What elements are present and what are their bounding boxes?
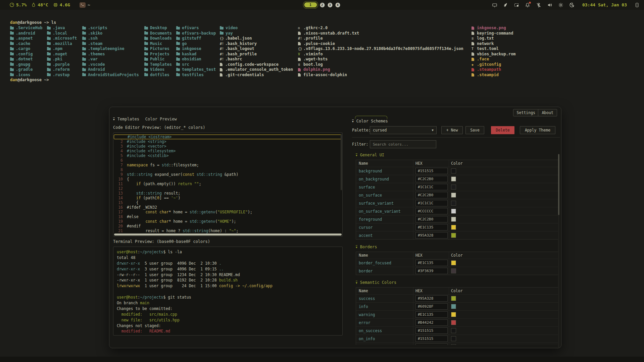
notifications-icon[interactable] [525,2,530,8]
hex-input[interactable]: #60928F [415,303,448,310]
hex-input[interactable]: #E1C135 [415,224,448,230]
volume-icon[interactable] [547,2,552,8]
line-number: 8 [113,167,123,172]
line-number: 5 [113,153,123,158]
code-line: 20#endif [113,224,342,228]
color-name: background [356,167,413,175]
color-swatch[interactable] [451,336,456,341]
about-button[interactable]: About [538,109,557,116]
color-swatch[interactable] [451,217,456,222]
color-swatch[interactable] [451,320,456,325]
collapse-icon[interactable]: ▼ [352,119,354,123]
color-swatch[interactable] [451,209,456,214]
hex-input[interactable]: #151515 [415,335,448,342]
hex-input[interactable]: #151515 [415,327,448,334]
delete-button[interactable]: Delete [491,126,514,134]
color-schemes-header[interactable]: ▼ Color Schemes [352,119,560,123]
color-swatch[interactable] [451,268,456,273]
color-swatch[interactable] [451,296,456,301]
line-number: 13 [113,191,123,196]
save-button[interactable]: Save [465,126,484,134]
section-header-borders[interactable]: ▼Borders [356,244,558,250]
hex-input[interactable]: #151515 [415,168,448,174]
workspace-2[interactable]: 2 [320,3,325,7]
ls-column: inkgoose.pngkeyring-command≡log.txtnetwo… [472,25,516,77]
search-colors-input[interactable] [370,140,436,148]
ls-entry: .wget-hsts [298,57,463,62]
clock[interactable]: 03:44 Sat, Jan 03 [582,2,627,7]
ls-entry: Downloads [144,36,172,41]
collapse-icon[interactable]: ▼ [113,117,115,121]
hex-input[interactable]: #1C1C1C [415,184,448,190]
color-swatch[interactable] [451,168,456,173]
ls-entry: Templates [144,62,172,67]
tab-templates[interactable]: Templates [117,117,139,121]
hex-input[interactable]: #C2C2B0 [415,192,448,198]
hex-input[interactable]: #95A328 [415,232,448,239]
color-swatch[interactable] [451,344,456,345]
hex-input[interactable]: #C2C2B0 [415,176,448,182]
section-header-semantic-colors[interactable]: ▼Semantic Colors [356,280,558,285]
ls-entry: .ssh [82,36,139,41]
tab-color-preview[interactable]: Color Preview [145,117,177,121]
file-icon [220,73,222,76]
file-icon [220,63,222,66]
ls-entry-label: boot.log [303,62,323,67]
focused-app-indicator[interactable]: ~ [80,2,90,8]
night-light-off-icon[interactable] [569,2,575,8]
code-text: #include <vector> [127,144,166,149]
ls-entry-label: .bash_profile [225,52,257,57]
section-header-general-ui[interactable]: ▼General UI [356,152,558,158]
color-swatch[interactable] [451,328,456,333]
apply-theme-button[interactable]: Apply Theme [520,126,555,134]
hex-input[interactable]: #E1C135 [415,311,448,318]
color-swatch[interactable] [451,233,456,238]
new-palette-button[interactable]: + New [441,126,463,134]
shell-script-icon: #! [220,41,224,47]
workspace-4[interactable]: 4 [335,3,340,7]
hex-input[interactable]: #3F3639 [415,268,448,274]
scrollbar-thumb[interactable] [558,154,559,215]
ls-entry-label: .skiko [88,31,102,36]
palette-dropdown[interactable]: cursed ▼ [370,126,437,134]
color-name: border_focused [356,259,413,267]
ls-entry: ⚙.gtkrc-2.0 [298,25,463,31]
color-swatch[interactable] [451,176,456,182]
color-swatch[interactable] [451,304,456,309]
workspace-1[interactable]: 1 [304,2,317,7]
screencast-icon[interactable] [492,2,497,8]
workspace-3[interactable]: 3 [328,3,332,7]
hex-input[interactable]: #1C1C1C [415,200,448,206]
color-swatch[interactable] [451,185,456,190]
ls-entry: gitstuff [176,36,216,41]
ls-entry-label: .reform [53,67,70,72]
panel-scrollbar[interactable] [558,154,559,348]
ls-entry-label: Documents [150,31,172,36]
hex-input[interactable]: #95A328 [415,295,448,302]
feather-icon[interactable] [503,2,508,8]
folder-icon [144,32,148,35]
hex-input[interactable]: #B44242 [415,319,448,326]
color-name: foreground [356,215,413,223]
vim-file-icon: V [298,52,302,57]
editor-horizontal-scrollbar[interactable] [114,234,342,236]
hex-input[interactable]: #151515 [415,344,448,345]
color-name: accent [356,231,413,239]
workspace-switcher: 1234 [304,2,340,7]
color-swatch[interactable] [451,225,456,230]
line-number: 11 [113,182,123,186]
settings-button[interactable]: Settings [513,109,539,116]
hex-input[interactable]: #CCCCCC [415,208,448,214]
hex-input[interactable]: #C2C2B0 [415,216,448,222]
color-swatch[interactable] [451,201,456,206]
bluetooth-off-icon[interactable] [536,2,541,8]
brightness-icon[interactable] [558,2,563,8]
color-swatch[interactable] [451,312,456,317]
hex-input[interactable]: #E1C135 [415,260,448,266]
screenshot-icon[interactable] [514,2,519,8]
color-swatch[interactable] [451,260,456,265]
editor-vertical-scrollbar[interactable] [341,134,342,190]
color-swatch[interactable] [451,193,456,198]
gauge-icon [9,2,14,7]
widget-icon[interactable] [635,2,639,8]
